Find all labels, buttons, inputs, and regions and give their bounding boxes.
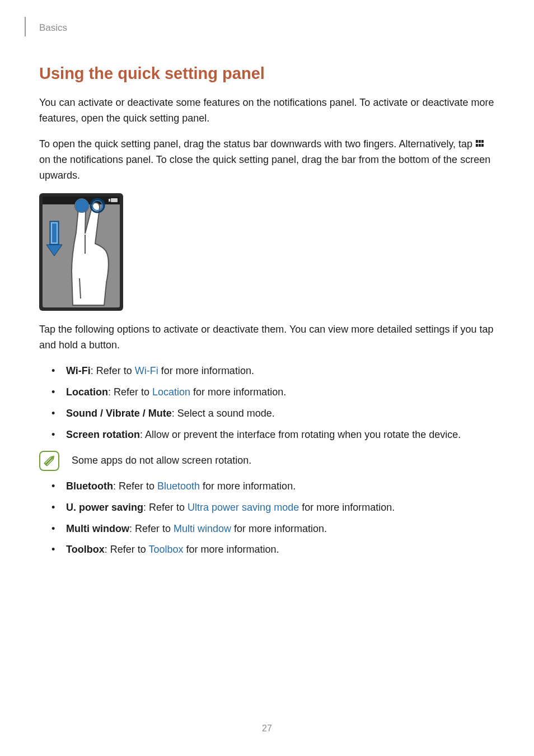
option-text-a: : Refer to xyxy=(91,365,135,376)
option-label: Bluetooth xyxy=(66,480,113,492)
option-toolbox: Toolbox: Refer to Toolbox for more infor… xyxy=(59,542,495,558)
xref-toolbox[interactable]: Toolbox xyxy=(148,544,183,555)
note-text: Some apps do not allow screen rotation. xyxy=(72,455,251,466)
svg-rect-9 xyxy=(111,198,118,202)
option-label: Sound / Vibrate / Mute xyxy=(66,408,172,419)
xref-ultra-power-saving[interactable]: Ultra power saving mode xyxy=(188,502,299,513)
option-text-b: for more information. xyxy=(158,365,254,376)
breadcrumb: Basics xyxy=(39,22,495,34)
option-label: Wi-Fi xyxy=(66,365,91,376)
option-text-a: : Refer to xyxy=(143,502,188,513)
paragraph-intro: You can activate or deactivate some feat… xyxy=(39,95,495,127)
xref-location[interactable]: Location xyxy=(152,386,190,398)
svg-rect-3 xyxy=(476,144,478,147)
option-text-a: : Refer to xyxy=(108,386,152,398)
option-label: U. power saving xyxy=(66,502,143,513)
svg-rect-2 xyxy=(481,140,484,143)
option-text-a: : Select a sound mode. xyxy=(172,408,275,419)
option-text-b: for more information. xyxy=(231,523,327,534)
option-label: Multi window xyxy=(66,523,129,534)
option-text-a: : Allow or prevent the interface from ro… xyxy=(140,429,461,440)
svg-rect-10 xyxy=(109,199,110,202)
svg-rect-1 xyxy=(479,140,481,143)
option-screen-rotation: Screen rotation: Allow or prevent the in… xyxy=(59,427,495,443)
option-sound: Sound / Vibrate / Mute: Select a sound m… xyxy=(59,406,495,422)
gesture-two-finger-swipe-down-illustration xyxy=(39,193,495,313)
option-location: Location: Refer to Location for more inf… xyxy=(59,385,495,400)
xref-wifi[interactable]: Wi-Fi xyxy=(135,365,158,376)
grid-icon xyxy=(475,139,484,148)
note-pencil-icon xyxy=(39,451,59,471)
option-text-a: : Refer to xyxy=(105,544,149,555)
header-rule xyxy=(25,17,26,36)
option-label: Location xyxy=(66,386,108,398)
option-text-b: for more information. xyxy=(190,386,286,398)
paragraph-options-intro: Tap the following options to activate or… xyxy=(39,322,495,353)
svg-rect-0 xyxy=(476,140,478,143)
option-text-a: : Refer to xyxy=(129,523,174,534)
options-list-1: Wi-Fi: Refer to Wi-Fi for more informati… xyxy=(39,363,495,443)
paragraph-open-panel: To open the quick setting panel, drag th… xyxy=(39,137,495,184)
paragraph-open-panel-b: on the notifications panel. To close the… xyxy=(39,154,490,181)
options-list-2: Bluetooth: Refer to Bluetooth for more i… xyxy=(39,479,495,558)
option-upowersaving: U. power saving: Refer to Ultra power sa… xyxy=(59,500,495,516)
paragraph-open-panel-a: To open the quick setting panel, drag th… xyxy=(39,138,475,150)
option-wifi: Wi-Fi: Refer to Wi-Fi for more informati… xyxy=(59,363,495,379)
xref-bluetooth[interactable]: Bluetooth xyxy=(157,480,200,492)
option-text-b: for more information. xyxy=(200,480,296,492)
svg-rect-4 xyxy=(479,144,481,147)
xref-multi-window[interactable]: Multi window xyxy=(174,523,231,534)
section-title: Using the quick setting panel xyxy=(39,64,495,83)
option-text-b: for more information. xyxy=(183,544,279,555)
option-multiwindow: Multi window: Refer to Multi window for … xyxy=(59,521,495,537)
option-label: Toolbox xyxy=(66,544,105,555)
option-bluetooth: Bluetooth: Refer to Bluetooth for more i… xyxy=(59,479,495,494)
option-text-b: for more information. xyxy=(299,502,395,513)
svg-rect-5 xyxy=(481,144,484,147)
page-number: 27 xyxy=(0,724,534,734)
note-row: Some apps do not allow screen rotation. xyxy=(39,451,495,471)
option-label: Screen rotation xyxy=(66,429,140,440)
option-text-a: : Refer to xyxy=(113,480,157,492)
